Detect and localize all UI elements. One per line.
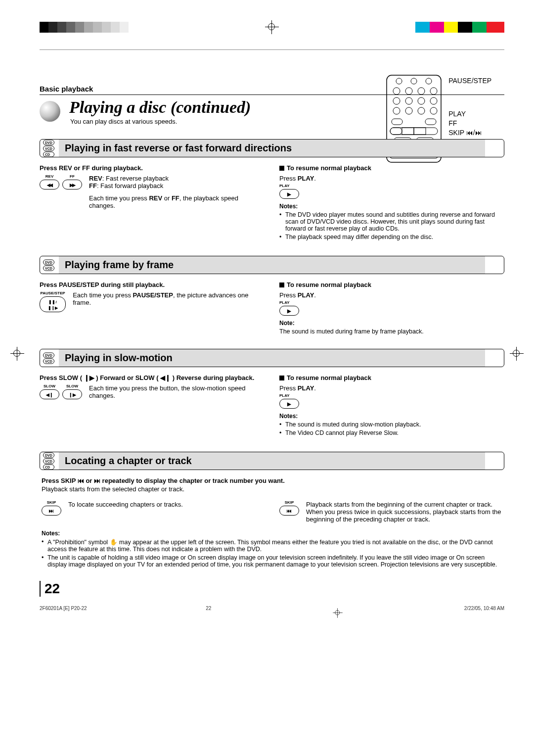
page-title: Playing a disc (continued): [69, 98, 251, 117]
registration-mark-left: [10, 346, 25, 361]
divider-line: [40, 49, 504, 50]
section-heading-locate: DVDVCDCD Locating a chapter or track: [40, 452, 504, 470]
s4-note-1: A "Prohibition" symbol ✋ may appear at t…: [42, 538, 502, 553]
footer: 2F60201A [E] P20-22 22 2/22/05, 10:48 AM: [40, 606, 504, 620]
remote-label-ff: FF: [448, 119, 499, 128]
square-bullet-icon: [279, 376, 284, 380]
slow-reverse-icon: [40, 389, 59, 399]
svg-point-5: [405, 88, 412, 94]
ff-button: FF: [62, 175, 82, 189]
svg-point-13: [405, 107, 412, 114]
svg-rect-21: [414, 128, 426, 135]
s3-notes-header: Notes:: [279, 413, 504, 420]
play-icon: [279, 189, 299, 199]
svg-point-14: [418, 107, 425, 114]
remote-label-play: PLAY: [448, 109, 499, 119]
svg-rect-19: [390, 128, 402, 135]
disc-badges: DVDVCDCD: [43, 140, 54, 157]
registration-mark: [265, 20, 279, 35]
disc-badges: DVDVCDCD: [43, 452, 54, 470]
play-icon: [279, 399, 299, 409]
s3-note-1: The sound is muted during slow-motion pl…: [279, 421, 504, 428]
s4-instruction: Press SKIP ⏮ or ⏭ repeatedly to display …: [42, 477, 502, 484]
svg-point-12: [393, 107, 400, 114]
s2-notes-header: Note:: [279, 320, 504, 327]
s1-notes-header: Notes:: [279, 203, 504, 210]
svg-point-4: [393, 88, 400, 94]
svg-point-3: [426, 78, 432, 84]
page-subtitle: You can play discs at various speeds.: [70, 118, 251, 125]
disc-badges: DVDVCD: [43, 352, 54, 364]
svg-point-10: [418, 97, 425, 104]
section-heading-slowmo: DVDVCD Playing in slow-motion: [40, 349, 504, 367]
registration-mark-right: [509, 346, 524, 361]
footer-mid: 22: [206, 606, 211, 620]
remote-label-pause: PAUSE/STEP: [448, 76, 499, 86]
s2-right-title: To resume normal playback: [279, 281, 504, 288]
s3-right-title: To resume normal playback: [279, 374, 504, 381]
svg-rect-16: [392, 119, 402, 125]
svg-point-15: [430, 107, 437, 114]
remote-label-skip: SKIP ⏮/⏭: [448, 128, 499, 138]
svg-point-7: [430, 88, 437, 94]
svg-point-11: [430, 97, 437, 104]
s2-note-1: The sound is muted during frame by frame…: [279, 328, 504, 335]
s4-notes-header: Notes:: [42, 530, 502, 537]
svg-point-8: [393, 97, 400, 104]
s3-left-title: Press SLOW ( ❙▶ ) Forward or SLOW ( ◀❙ )…: [40, 374, 265, 381]
slow-forward-icon: [62, 389, 82, 399]
skip-prev-icon: [279, 506, 299, 516]
s4-line2: Playback starts from the selected chapte…: [42, 485, 502, 493]
square-bullet-icon: [279, 283, 284, 287]
svg-point-9: [405, 97, 412, 104]
slow-rev-button: SLOW: [40, 384, 59, 399]
section-heading-fastscan: DVDVCDCD Playing in fast reverse or fast…: [40, 139, 504, 157]
pause-step-icon: [40, 296, 66, 312]
footer-left: 2F60201A [E] P20-22: [40, 606, 87, 620]
pause-step-button: PAUSE/STEP: [40, 291, 66, 312]
skip-next-icon: [42, 506, 61, 516]
svg-rect-20: [402, 128, 414, 135]
footer-right: 2/22/05, 10:48 AM: [464, 606, 504, 620]
s3-note-2: The Video CD cannot play Reverse Slow.: [279, 429, 504, 436]
s1-right-title: To resume normal playback: [279, 164, 504, 172]
svg-rect-17: [425, 119, 436, 125]
rev-icon: [40, 180, 59, 189]
play-icon: [279, 306, 299, 316]
skip-prev-button: SKIP: [279, 501, 299, 516]
disc-badges: DVDVCD: [43, 259, 54, 271]
decorative-sphere: [40, 101, 60, 122]
svg-point-2: [411, 78, 417, 84]
ff-icon: [62, 180, 82, 189]
s1-note-2: The playback speed may differ depending …: [279, 234, 504, 240]
svg-point-1: [396, 78, 402, 84]
rev-button: REV: [40, 175, 59, 189]
print-registration-top: [40, 20, 504, 35]
gradient-bar: [40, 22, 129, 33]
square-bullet-icon: [279, 166, 284, 171]
s1-left-title: Press REV or FF during playback.: [40, 164, 265, 172]
section-heading-frame: DVDVCD Playing frame by frame: [40, 256, 504, 274]
s1-note-1: The DVD video player mutes sound and sub…: [279, 211, 504, 232]
slow-fwd-button: SLOW: [62, 384, 82, 399]
skip-next-button: SKIP: [42, 501, 61, 516]
s4-note-2: The unit is capable of holding a still v…: [42, 554, 502, 568]
page-number: 22: [40, 581, 504, 597]
color-bar: [415, 22, 504, 33]
registration-mark-bottom: [333, 608, 343, 618]
svg-point-6: [418, 88, 425, 94]
s2-left-title: Press PAUSE/STEP during still playback.: [40, 281, 265, 288]
